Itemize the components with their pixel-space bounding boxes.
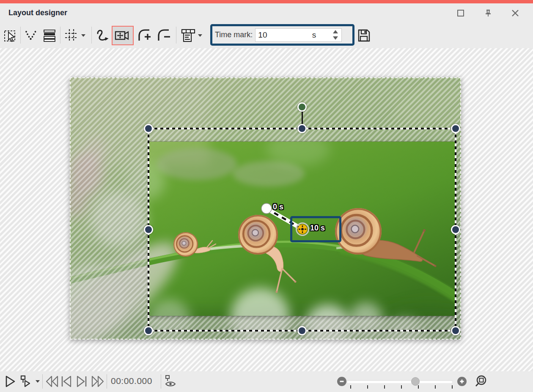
slider-tick [418, 385, 419, 389]
motion-curve-button[interactable] [95, 27, 111, 44]
titlebar: Layout designer [0, 3, 533, 22]
camera-pan-button[interactable] [112, 26, 134, 45]
double-chevron-left-icon [45, 375, 59, 388]
camera-icon [114, 28, 131, 43]
slider-tick [350, 385, 351, 389]
double-chevron-right-icon [91, 375, 105, 388]
remove-key-icon [156, 27, 172, 44]
slider-tick [452, 385, 453, 389]
zoom-in-button[interactable] [457, 377, 467, 386]
pin-button[interactable] [482, 7, 495, 19]
time-mark-input[interactable]: 10 s [255, 28, 342, 42]
slider-tick [401, 385, 402, 389]
motion-end-label: 10 s [310, 224, 325, 233]
close-x-icon [511, 9, 519, 17]
dotted-path-icon [24, 28, 39, 43]
play-mode-dropdown-caret[interactable] [36, 380, 40, 383]
close-button[interactable] [509, 7, 522, 19]
time-mark-highlight-box: Time mark: 10 s [210, 24, 354, 46]
selection-cursor-icon [3, 28, 18, 43]
stacked-bars-icon [42, 28, 57, 43]
time-mark-label: Time mark: [215, 30, 253, 39]
selection-handle-top-center[interactable] [297, 124, 307, 133]
play-from-marker-button[interactable] [18, 374, 32, 389]
curve-icon [95, 28, 110, 43]
selection-handle-bottom-right[interactable] [451, 326, 460, 335]
motion-start-label: 0 s [273, 203, 283, 211]
spinner-down-icon[interactable] [333, 36, 338, 40]
main-toolbar: Time mark: 10 s [0, 22, 533, 48]
layout-designer-window: Layout designer [0, 0, 533, 392]
window-title: Layout designer [8, 3, 67, 22]
plus-circle-icon [459, 378, 465, 384]
time-mark-unit: s [312, 30, 316, 40]
grid-button[interactable] [63, 27, 80, 44]
separator [20, 27, 21, 44]
stage[interactable]: 0 s 10 s [70, 77, 461, 340]
selection-handle-top-left[interactable] [144, 124, 153, 133]
separator [176, 27, 176, 44]
separator [60, 27, 60, 44]
floppy-disk-icon [356, 28, 371, 43]
add-keyframe-button[interactable] [136, 27, 152, 44]
pushpin-icon [484, 8, 493, 18]
play-button[interactable] [3, 374, 17, 389]
separator [42, 374, 43, 389]
zoom-slider-track[interactable] [347, 380, 453, 383]
zoom-slider-thumb[interactable] [411, 377, 420, 386]
time-display: 00:00.000 [111, 376, 152, 386]
object-list-icon [180, 27, 196, 44]
object-list-button[interactable] [180, 27, 196, 44]
accent-strip [0, 0, 533, 3]
align-layers-button[interactable] [41, 27, 58, 44]
time-mark-value: 10 [258, 30, 341, 40]
select-tool-button[interactable] [3, 27, 19, 44]
fast-forward-button[interactable] [91, 374, 105, 389]
separator [161, 374, 161, 389]
skip-to-end-button[interactable] [74, 374, 89, 389]
path-points-button[interactable] [24, 27, 40, 44]
selection-handle-bottom-left[interactable] [144, 326, 153, 335]
maximize-button[interactable] [454, 7, 467, 19]
rotation-handle[interactable] [297, 102, 307, 112]
slider-tick [435, 385, 436, 389]
marker-play-icon [18, 375, 32, 388]
selection-handle-top-right[interactable] [451, 124, 460, 133]
minus-circle-icon [339, 378, 345, 384]
selection-handle-middle-right[interactable] [451, 225, 460, 234]
zoom-out-button[interactable] [337, 377, 346, 386]
spinner-up-icon[interactable] [333, 30, 338, 33]
separator [107, 374, 107, 389]
grid-dropdown-caret[interactable] [81, 34, 85, 37]
play-triangle-icon [3, 375, 16, 388]
marker-visibility-button[interactable] [163, 374, 178, 389]
object-list-dropdown-caret[interactable] [198, 34, 202, 37]
save-button[interactable] [356, 27, 372, 44]
grid-icon [64, 28, 79, 43]
time-mark-spinner [333, 30, 338, 40]
selection-handle-middle-left[interactable] [144, 225, 153, 234]
selection-handle-bottom-center[interactable] [297, 326, 307, 335]
zoom-fit-button[interactable] [474, 374, 488, 389]
skip-end-icon [75, 375, 88, 388]
transport-bar: 00:00.000 [0, 371, 533, 392]
slider-tick [367, 385, 368, 389]
skip-start-icon [60, 375, 73, 388]
motion-path [70, 77, 461, 340]
rewind-button[interactable] [45, 374, 59, 389]
skip-to-start-button[interactable] [59, 374, 74, 389]
separator [91, 27, 92, 44]
slider-tick [384, 385, 385, 389]
maximize-square-icon [457, 9, 464, 17]
marker-eye-icon [163, 375, 178, 388]
remove-keyframe-button[interactable] [156, 27, 172, 44]
add-key-icon [136, 27, 152, 44]
magnifier-fit-icon [474, 375, 488, 388]
keyframe-start-marker[interactable] [261, 203, 272, 214]
canvas-area[interactable]: 0 s 10 s [0, 48, 533, 371]
